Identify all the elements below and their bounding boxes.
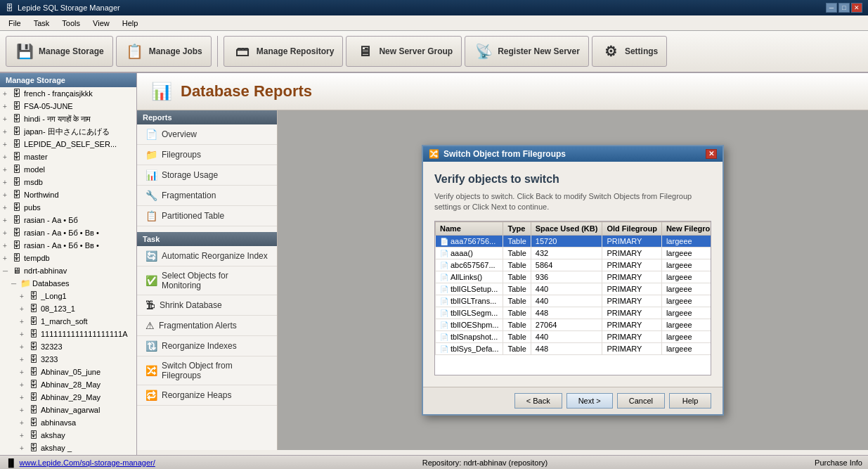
col-new-fg: New Filegroup [661, 222, 711, 236]
tree-item[interactable]: + 🗄 akshay [0, 429, 136, 442]
tree-item[interactable]: ─ 📁 Databases [0, 277, 136, 290]
cell-old-fg: PRIMARY [602, 319, 662, 331]
nav-auto-reorganize[interactable]: 🔄 Automatic Reorganize Index [137, 246, 277, 266]
back-button[interactable]: < Back [514, 393, 562, 409]
tree-item[interactable]: + 🗄 dafds [0, 454, 136, 455]
menu-task[interactable]: Task [28, 18, 56, 29]
task-section: Task 🔄 Automatic Reorganize Index ✅ Sele… [137, 232, 277, 406]
menu-tools[interactable]: Tools [56, 18, 86, 29]
table-row[interactable]: 📄abc657567... Table 5864 PRIMARY largeee [436, 259, 712, 271]
tree-item[interactable]: + 🗄 french - françaisjkkk [0, 87, 136, 100]
tree-item[interactable]: + 🗄 1111111111111111111A [0, 328, 136, 340]
cell-space: 15720 [531, 236, 602, 248]
minimize-button[interactable]: ─ [826, 3, 837, 13]
close-button[interactable]: ✕ [851, 3, 862, 13]
tree-item[interactable]: + 🗄 rasian - Аа • Бб [0, 214, 136, 226]
modal-close-button[interactable]: ✕ [706, 149, 717, 159]
nav-switch-object[interactable]: 🔀 Switch Object from Filegroups [137, 356, 277, 385]
nav-storage-usage[interactable]: 📊 Storage Usage [137, 165, 277, 186]
tree-item[interactable]: + 🗄 Abhinav_agarwal [0, 404, 136, 416]
register-new-server-button[interactable]: 📡 Register New Server [465, 36, 589, 67]
cell-name: 📄abc657567... [436, 259, 503, 271]
tree-item[interactable]: + 🗄 FSA-05-JUNE [0, 100, 136, 113]
nav-reorganize-indexes[interactable]: 🔃 Reorganize Indexes [137, 336, 277, 356]
tree-item[interactable]: + 🗄 master [0, 150, 136, 163]
tree-item[interactable]: + 🗄 1_march_soft [0, 315, 136, 328]
tree-item[interactable]: + 🗄 pubs [0, 201, 136, 214]
tree-item[interactable]: + 🗄 _Long1 [0, 290, 136, 302]
tree-item[interactable]: + 🗄 akshay _ [0, 442, 136, 454]
app-title: Lepide SQL Storage Manager [18, 4, 120, 12]
settings-button[interactable]: ⚙ Settings [592, 36, 667, 67]
title-bar-controls: ─ □ ✕ [826, 3, 862, 13]
manage-storage-button[interactable]: 💾 Manage Storage [6, 36, 113, 67]
help-button[interactable]: Help [669, 393, 711, 409]
nav-fragmentation-alerts-label: Fragmentation Alerts [159, 321, 237, 330]
table-row[interactable]: 📄tblIGLSegm... Table 448 PRIMARY largeee [436, 307, 712, 319]
tree-item[interactable]: + 🗄 08_123_1 [0, 302, 136, 315]
cell-type: Table [503, 307, 531, 319]
tree-item[interactable]: ─ 🖥 ndrt-abhinav [0, 264, 136, 277]
modal-footer: < Back Next > Cancel Help [423, 387, 723, 414]
table-row[interactable]: 📄tblIOEShpm... Table 27064 PRIMARY large… [436, 319, 712, 331]
website-link[interactable]: www.Lepide.Com/sql-storage-manager/ [20, 458, 155, 467]
nav-partitioned-table[interactable]: 📋 Partitioned Table [137, 206, 277, 226]
cell-name: 📄tblIOEShpm... [436, 319, 503, 331]
maximize-button[interactable]: □ [838, 3, 850, 13]
nav-fragmentation[interactable]: 🔧 Fragmentation [137, 186, 277, 206]
tree-item[interactable]: + 🗄 32323 [0, 340, 136, 353]
table-row[interactable]: 📄AllLinks() Table 936 PRIMARY largeee [436, 271, 712, 283]
tree-item[interactable]: + 🗄 LEPIDE_AD_SELF_SER... [0, 138, 136, 150]
table-row[interactable]: 📄tblIGLTrans... Table 440 PRIMARY largee… [436, 295, 712, 307]
nav-overview[interactable]: 📄 Overview [137, 124, 277, 145]
select-objects-icon: ✅ [145, 275, 157, 286]
tree-item[interactable]: + 🗄 rasian - Аа • Бб • Вв • [0, 226, 136, 239]
tree-item[interactable]: + 🗄 Abhinav_29_May [0, 391, 136, 404]
modal-title-left: 🔀 Switch Object from Filegroups [429, 149, 566, 159]
progress-indicator: ▐▌ [6, 458, 17, 467]
cell-type: Table [503, 343, 531, 355]
new-server-group-button[interactable]: 🖥 New Server Group [346, 36, 462, 67]
nav-fragmentation-alerts[interactable]: ⚠ Fragmentation Alerts [137, 316, 277, 336]
cell-name: 📄tblIGLSegm... [436, 307, 503, 319]
filegroups-icon: 📁 [145, 149, 157, 160]
table-row[interactable]: 📄tblIGLSetup... Table 440 PRIMARY largee… [436, 283, 712, 295]
table-row[interactable]: 📄tblSys_Defa... Table 448 PRIMARY largee… [436, 343, 712, 355]
tree-item[interactable]: + 🗄 tempdb [0, 252, 136, 264]
tree-item[interactable]: + 🗄 Northwind [0, 188, 136, 201]
toolbar-separator [217, 36, 218, 67]
content-panels: Reports 📄 Overview 📁 Filegroups 📊 Storag… [137, 110, 868, 450]
tree-item[interactable]: + 🗄 japan- 田中さんにあげる [0, 125, 136, 138]
menu-file[interactable]: File [3, 18, 27, 29]
tree-item[interactable]: + 🗄 3233 [0, 353, 136, 366]
cell-space: 27064 [531, 319, 602, 331]
cell-name: 📄AllLinks() [436, 271, 503, 283]
cancel-button[interactable]: Cancel [617, 393, 665, 409]
nav-shrink-database[interactable]: 🗜 Shrink Database [137, 295, 277, 316]
tree-item[interactable]: + 🗄 abhinavsa [0, 416, 136, 429]
col-space: Space Used (KB) [531, 222, 602, 236]
nav-select-objects[interactable]: ✅ Select Objects for Monitoring [137, 266, 277, 295]
tree-item[interactable]: + 🗄 model [0, 163, 136, 176]
cell-space: 448 [531, 307, 602, 319]
table-row[interactable]: 📄aaaa() Table 432 PRIMARY largeee [436, 248, 712, 259]
menu-help[interactable]: Help [117, 18, 144, 29]
table-row[interactable]: 📄tblSnapshot... Table 440 PRIMARY largee… [436, 331, 712, 343]
nav-filegroups[interactable]: 📁 Filegroups [137, 145, 277, 165]
manage-repo-button[interactable]: 🗃 Manage Repository [224, 36, 344, 67]
tree-item[interactable]: + 🗄 Abhinav_05_june [0, 366, 136, 378]
tree-item[interactable]: + 🗄 msdb [0, 176, 136, 188]
next-button[interactable]: Next > [566, 393, 613, 409]
cell-old-fg: PRIMARY [602, 248, 662, 259]
tree-item[interactable]: + 🗄 hindi - नग यगहों के नाम [0, 113, 136, 125]
page-header: 📊 Database Reports [137, 73, 868, 110]
tree-item[interactable]: + 🗄 Abhinav_28_May [0, 378, 136, 391]
manage-jobs-button[interactable]: 📋 Manage Jobs [116, 36, 212, 67]
cell-old-fg: PRIMARY [602, 283, 662, 295]
cell-old-fg: PRIMARY [602, 307, 662, 319]
menu-view[interactable]: View [87, 18, 115, 29]
nav-reorganize-heaps[interactable]: 🔁 Reorganize Heaps [137, 385, 277, 406]
table-row[interactable]: 📄aaa756756... Table 15720 PRIMARY largee… [436, 236, 712, 248]
content-area: 📊 Database Reports Reports 📄 Overview 📁 … [137, 73, 868, 455]
tree-item[interactable]: + 🗄 rasian - Аа • Бб • Вв • [0, 239, 136, 252]
